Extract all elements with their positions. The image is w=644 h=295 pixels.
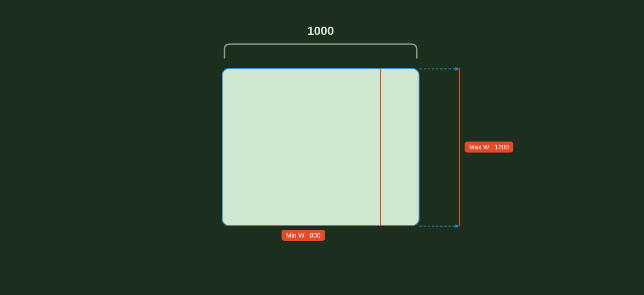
extend-arrow-bottom (420, 223, 460, 229)
extend-arrow-top (420, 66, 460, 72)
min-width-badge-value: 800 (310, 232, 320, 239)
max-width-badge-value: 1200 (494, 143, 509, 151)
max-width-badge-label: Max W (469, 143, 489, 151)
width-bracket (222, 41, 420, 59)
max-width-badge: Max W 1200 (465, 142, 513, 153)
measured-box (222, 68, 420, 226)
min-width-marker-line (380, 68, 381, 226)
diagram-stage: 1000 Min W 800 Max W 1200 (0, 0, 644, 295)
max-width-marker-line (459, 68, 460, 226)
width-label: 1000 (222, 24, 420, 38)
min-width-badge: Min W 800 (282, 230, 325, 241)
min-width-badge-label: Min W (286, 232, 305, 239)
